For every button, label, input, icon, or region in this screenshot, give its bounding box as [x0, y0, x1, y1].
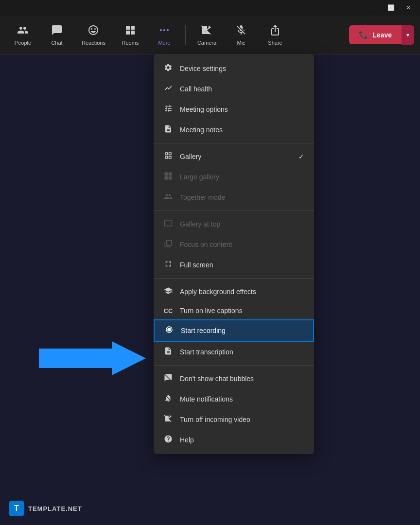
together-mode-icon: [163, 192, 173, 203]
menu-item-together-mode: Together mode: [154, 187, 314, 208]
toolbar-divider: [185, 25, 186, 45]
maximize-button[interactable]: ⬜: [383, 2, 399, 13]
gallery-label: Gallery: [180, 153, 292, 160]
menu-item-mute-notifications[interactable]: Mute notifications: [154, 389, 314, 409]
toolbar-item-rooms[interactable]: Rooms: [113, 20, 147, 50]
more-label: More: [158, 40, 170, 46]
phone-icon: 📞: [359, 30, 368, 39]
more-dropdown-menu: Device settings Call health Meeting opti…: [154, 54, 314, 454]
meeting-notes-icon: [163, 124, 173, 135]
toolbar-item-mic[interactable]: Mic: [224, 20, 258, 50]
mic-muted-icon: [235, 24, 247, 38]
watermark-logo: T: [9, 501, 24, 516]
live-captions-label: Turn on live captions: [180, 307, 304, 315]
menu-item-full-screen[interactable]: Full screen: [154, 255, 314, 275]
leave-chevron-button[interactable]: ▾: [402, 25, 414, 45]
menu-item-chat-bubbles[interactable]: Don't show chat bubbles: [154, 368, 314, 389]
background-effects-label: Apply background effects: [180, 288, 304, 296]
chat-bubbles-label: Don't show chat bubbles: [180, 375, 304, 383]
focus-content-label: Focus on content: [180, 241, 304, 248]
chat-icon: [51, 24, 63, 38]
toolbar-item-share[interactable]: Share: [258, 20, 292, 50]
separator-3: [154, 278, 314, 279]
menu-item-gallery-at-top: Gallery at top: [154, 214, 314, 234]
gallery-at-top-icon: [163, 219, 173, 229]
camera-muted-icon: [201, 24, 212, 38]
menu-item-device-settings[interactable]: Device settings: [154, 58, 314, 79]
rooms-label: Rooms: [122, 40, 139, 46]
svg-point-0: [160, 29, 162, 31]
start-transcription-label: Start transcription: [180, 348, 304, 356]
menu-item-large-gallery: Large gallery: [154, 167, 314, 187]
menu-item-live-captions[interactable]: CC Turn on live captions: [154, 302, 314, 319]
focus-content-icon: [163, 239, 173, 250]
meeting-notes-label: Meeting notes: [180, 126, 304, 134]
gallery-icon: [163, 151, 173, 162]
menu-item-help[interactable]: Help: [154, 430, 314, 450]
help-icon: [163, 435, 173, 445]
toolbar-item-people[interactable]: People: [6, 20, 40, 50]
gallery-at-top-label: Gallery at top: [180, 220, 304, 228]
menu-item-call-health[interactable]: Call health: [154, 79, 314, 99]
menu-item-background-effects[interactable]: Apply background effects: [154, 281, 314, 302]
svg-point-4: [167, 328, 171, 332]
leave-button[interactable]: 📞 Leave: [349, 25, 402, 44]
minimize-button[interactable]: ─: [366, 2, 381, 13]
menu-item-turn-off-video[interactable]: Turn off incoming video: [154, 409, 314, 430]
large-gallery-label: Large gallery: [180, 173, 304, 181]
full-screen-label: Full screen: [180, 261, 304, 269]
start-recording-icon: [164, 325, 174, 336]
help-label: Help: [180, 436, 304, 444]
together-mode-label: Together mode: [180, 193, 304, 201]
chat-label: Chat: [51, 40, 62, 46]
share-label: Share: [268, 40, 282, 46]
title-bar: ─ ⬜ ✕: [0, 0, 420, 16]
menu-item-start-recording[interactable]: Start recording: [154, 319, 314, 342]
separator-4: [154, 365, 314, 366]
toolbar-item-chat[interactable]: Chat: [40, 20, 74, 50]
toolbar-item-reactions[interactable]: Reactions: [74, 20, 113, 50]
svg-point-1: [163, 29, 165, 31]
rooms-icon: [124, 24, 136, 38]
large-gallery-icon: [163, 172, 173, 182]
watermark: T TEMPLATE.NET: [9, 501, 82, 516]
more-icon: [158, 24, 170, 38]
menu-item-gallery[interactable]: Gallery ✓: [154, 146, 314, 167]
background-effects-icon: [163, 286, 173, 297]
camera-label: Camera: [197, 40, 216, 46]
share-icon: [269, 24, 281, 38]
close-button[interactable]: ✕: [401, 2, 416, 13]
watermark-text: TEMPLATE.NET: [28, 505, 82, 512]
leave-label: Leave: [372, 31, 392, 39]
meeting-options-icon: [163, 104, 173, 115]
chat-bubbles-icon: [163, 373, 173, 384]
toolbar: People Chat Reactions Rooms: [0, 16, 420, 54]
reactions-label: Reactions: [82, 40, 105, 46]
chevron-down-icon: ▾: [406, 32, 409, 38]
start-recording-label: Start recording: [181, 327, 303, 334]
live-captions-icon: CC: [163, 307, 173, 315]
menu-item-start-transcription[interactable]: Start transcription: [154, 342, 314, 362]
call-health-label: Call health: [180, 85, 304, 93]
meeting-options-label: Meeting options: [180, 105, 304, 113]
toolbar-item-camera[interactable]: Camera: [190, 20, 224, 50]
leave-button-group: 📞 Leave ▾: [349, 25, 414, 45]
menu-item-meeting-notes[interactable]: Meeting notes: [154, 120, 314, 140]
people-label: People: [15, 40, 31, 46]
people-icon: [17, 24, 29, 38]
separator-2: [154, 210, 314, 211]
toolbar-item-more[interactable]: More: [147, 20, 181, 50]
turn-off-video-icon: [163, 414, 173, 425]
menu-item-meeting-options[interactable]: Meeting options: [154, 99, 314, 120]
svg-point-2: [167, 29, 169, 31]
main-area: Device settings Call health Meeting opti…: [0, 54, 420, 525]
mute-notifications-icon: [163, 394, 173, 404]
device-settings-label: Device settings: [180, 65, 304, 72]
turn-off-video-label: Turn off incoming video: [180, 416, 304, 423]
device-settings-icon: [163, 63, 173, 74]
full-screen-icon: [163, 260, 173, 270]
gallery-check: ✓: [298, 153, 304, 160]
menu-item-focus-on-content: Focus on content: [154, 234, 314, 255]
mic-label: Mic: [237, 40, 245, 46]
separator-1: [154, 143, 314, 143]
